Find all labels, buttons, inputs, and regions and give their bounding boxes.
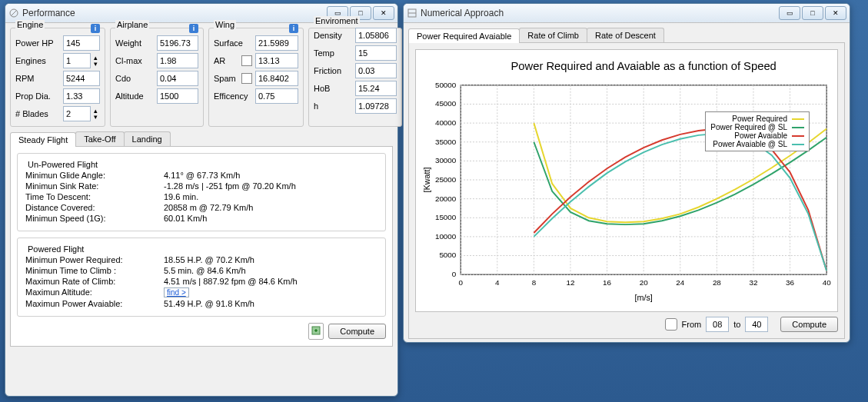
- svg-text:50000: 50000: [435, 81, 457, 89]
- engine-group: Engine i Power HP Engines▴▾ RPM Prop Dia…: [10, 28, 105, 127]
- svg-text:12: 12: [567, 278, 575, 287]
- hob-input[interactable]: [355, 81, 397, 96]
- svg-text:10000: 10000: [435, 232, 457, 241]
- field-label: RPM: [15, 74, 60, 83]
- export-icon[interactable]: [308, 323, 324, 340]
- sub-group-title: Un-Powered Flight: [25, 160, 100, 169]
- svg-text:[m/s]: [m/s]: [634, 293, 652, 302]
- from-label: From: [682, 320, 702, 329]
- friction-input[interactable]: [355, 63, 397, 78]
- field-label: Engines: [15, 56, 60, 65]
- ar-input[interactable]: [255, 53, 298, 68]
- find-link[interactable]: find >: [164, 287, 189, 297]
- power-chart: 0481216202428323640050001000015000200002…: [419, 53, 834, 307]
- svg-text:45000: 45000: [435, 99, 457, 108]
- result-value: 4.11° @ 67.73 Km/h: [164, 171, 240, 180]
- result-value: 18.55 H.P. @ 70.2 Km/h: [164, 255, 254, 264]
- rpm-input[interactable]: [63, 71, 100, 86]
- tab-rate-of-climb[interactable]: Rate of Climb: [519, 28, 587, 42]
- field-label: Altitude: [115, 91, 154, 101]
- wing-group: Wing i Surface AR Spam Efficency: [208, 28, 304, 127]
- blades-input[interactable]: [63, 106, 91, 121]
- tab-content: Un-Powered Flight Minimun Glide Angle:4.…: [10, 147, 393, 347]
- tab-rate-of-descent[interactable]: Rate of Descent: [587, 28, 664, 42]
- stepper-icon[interactable]: ▴▾: [94, 108, 98, 120]
- result-label: Minimun Speed (1G):: [25, 214, 164, 223]
- spam-checkbox[interactable]: [241, 73, 252, 84]
- stepper-icon[interactable]: ▴▾: [94, 55, 98, 67]
- weight-input[interactable]: [157, 35, 198, 51]
- legend-item: Power Avaiable: [710, 131, 804, 140]
- svg-text:8: 8: [532, 278, 537, 287]
- info-icon[interactable]: i: [189, 24, 198, 33]
- window-title: Numerical Approach: [421, 8, 779, 18]
- window-title: Performance: [22, 8, 327, 18]
- to-input[interactable]: [745, 317, 768, 332]
- field-label: Spam: [214, 74, 238, 83]
- group-title: Airplane: [115, 20, 149, 29]
- info-icon[interactable]: i: [289, 24, 298, 33]
- tab-power-required-available[interactable]: Power Required Avaiable: [408, 28, 520, 43]
- result-label: Maximun Rate of Climb:: [25, 277, 164, 286]
- compute-button[interactable]: Compute: [780, 317, 838, 332]
- result-label: Minimun Time to Climb :: [25, 266, 164, 275]
- close-button[interactable]: ✕: [373, 6, 394, 20]
- maximize-button[interactable]: □: [802, 6, 823, 20]
- legend-item: Power Avaiable @ SL: [710, 140, 804, 148]
- result-label: Minimun Power Required:: [25, 255, 164, 264]
- airplane-group: Airplane i Weight Cl-max Cdo Altitude: [110, 28, 204, 127]
- svg-text:15000: 15000: [435, 213, 457, 221]
- result-label: Minimun Glide Angle:: [25, 171, 164, 180]
- field-label: # Blades: [15, 109, 60, 118]
- cdo-input[interactable]: [157, 71, 198, 86]
- field-label: Power HP: [15, 38, 60, 48]
- result-value: 5.5 min. @ 84.6 Km/h: [164, 266, 246, 275]
- tab-landing[interactable]: Landing: [124, 131, 171, 146]
- svg-text:20000: 20000: [435, 194, 457, 203]
- svg-text:20: 20: [640, 278, 648, 287]
- tab-take-off[interactable]: Take-Off: [75, 131, 124, 146]
- close-button[interactable]: ✕: [825, 6, 846, 20]
- field-label: Friction: [314, 66, 352, 75]
- flight-tabs: Steady Flight Take-Off Landing: [10, 131, 393, 147]
- svg-text:[Kwatt]: [Kwatt]: [422, 167, 431, 192]
- efficiency-input[interactable]: [255, 88, 298, 104]
- ar-checkbox[interactable]: [241, 55, 252, 66]
- unpowered-flight-group: Un-Powered Flight Minimun Glide Angle:4.…: [17, 153, 386, 231]
- svg-text:Power Required and Avaiable as: Power Required and Avaiable as a functio…: [511, 60, 777, 72]
- field-label: AR: [214, 56, 238, 65]
- h-input[interactable]: [355, 98, 397, 114]
- surface-input[interactable]: [255, 35, 298, 51]
- field-label: HoB: [314, 84, 352, 93]
- minimize-button[interactable]: ▭: [779, 6, 800, 20]
- chart-area: 0481216202428323640050001000015000200002…: [415, 49, 838, 312]
- svg-text:35000: 35000: [435, 138, 457, 146]
- result-value: 4.51 m/s | 887.92 fpm @ 84.6 Km/h: [164, 277, 298, 286]
- group-title: Enviroment: [314, 16, 360, 25]
- temp-input[interactable]: [355, 45, 397, 61]
- spam-input[interactable]: [255, 71, 298, 86]
- svg-text:24: 24: [676, 278, 684, 287]
- svg-line-1: [11, 10, 17, 16]
- power-hp-input[interactable]: [63, 35, 100, 51]
- info-icon[interactable]: i: [91, 24, 100, 33]
- altitude-input[interactable]: [157, 88, 198, 104]
- svg-text:40: 40: [823, 278, 831, 287]
- field-label: Temp: [314, 48, 352, 58]
- compute-button[interactable]: Compute: [328, 324, 386, 339]
- result-label: Maximun Power Avaiable:: [25, 299, 164, 308]
- titlebar[interactable]: Numerical Approach ▭ □ ✕: [404, 4, 850, 23]
- from-input[interactable]: [706, 317, 729, 332]
- engines-input[interactable]: [63, 53, 91, 68]
- range-checkbox[interactable]: [665, 318, 677, 331]
- clmax-input[interactable]: [157, 53, 198, 68]
- density-input[interactable]: [355, 28, 397, 43]
- svg-text:32: 32: [749, 278, 757, 287]
- field-label: Density: [314, 31, 352, 40]
- sub-group-title: Powered Flight: [25, 244, 86, 254]
- tab-steady-flight[interactable]: Steady Flight: [10, 132, 76, 147]
- group-title: Engine: [15, 20, 45, 29]
- result-label: Minimun Sink Rate:: [25, 181, 164, 191]
- prop-dia-input[interactable]: [63, 88, 100, 104]
- svg-text:40000: 40000: [435, 118, 457, 127]
